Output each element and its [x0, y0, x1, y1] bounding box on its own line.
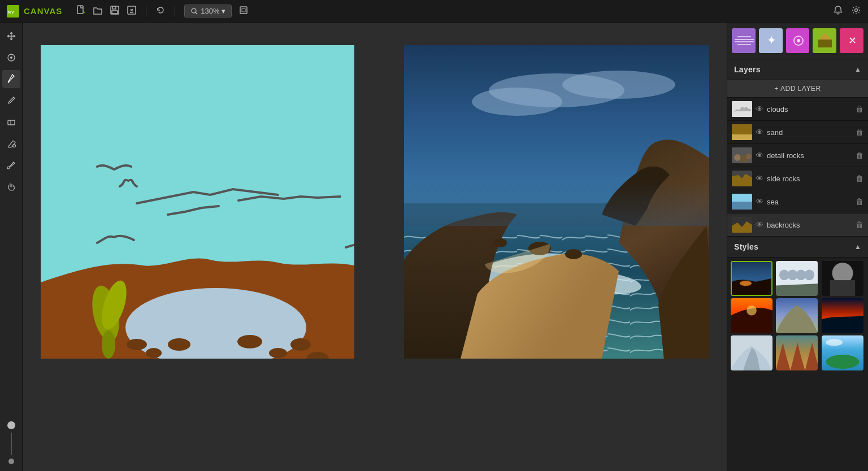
sketch-canvas[interactable] — [41, 45, 354, 359]
topbar: NV CANVAS — [0, 0, 868, 23]
layer-item-detail-rocks[interactable]: 👁 detail rocks 🗑 — [727, 144, 868, 167]
layers-chevron-icon: ▲ — [854, 66, 861, 73]
layer-thumb-backrocks — [732, 217, 752, 233]
layer-name-sea: sea — [767, 198, 852, 206]
main-area: ✦ ✕ Layers ▲ + ADD LAYER — [0, 23, 868, 471]
layer-visibility-detail-rocks[interactable]: 👁 — [756, 151, 763, 160]
toolbar-separator-2 — [175, 6, 175, 17]
layer-visibility-side-rocks[interactable]: 👁 — [756, 174, 763, 183]
settings-icon[interactable] — [851, 5, 861, 18]
layer-name-sand: sand — [767, 128, 852, 137]
svg-rect-5 — [112, 11, 118, 14]
pencil-tool-btn[interactable] — [2, 91, 20, 110]
layer-delete-sand[interactable]: 🗑 — [856, 128, 863, 137]
style-thumb-6[interactable] — [822, 298, 863, 333]
eyedropper-tool-btn[interactable] — [2, 156, 20, 174]
brush-tool-btn[interactable] — [2, 70, 20, 88]
top-swatch-3[interactable] — [786, 28, 810, 53]
style-thumb-7[interactable] — [731, 335, 772, 370]
export-icon[interactable] — [127, 5, 137, 18]
svg-rect-36 — [732, 202, 752, 210]
slider-dot-large — [7, 421, 15, 429]
svg-rect-2 — [77, 6, 83, 14]
notification-icon[interactable] — [833, 5, 843, 18]
result-panel — [404, 45, 709, 359]
save-file-icon[interactable] — [110, 5, 120, 18]
toolbar-separator — [146, 6, 146, 17]
svg-rect-4 — [112, 6, 116, 9]
top-swatch-4[interactable] — [813, 28, 836, 53]
layer-delete-sea[interactable]: 🗑 — [856, 197, 863, 206]
zoom-control[interactable]: 130% ▾ — [184, 5, 232, 18]
layer-name-side-rocks: side rocks — [767, 175, 852, 183]
layer-thumb-sand — [732, 124, 752, 140]
styles-section-header[interactable]: Styles ▲ — [727, 237, 868, 258]
styles-grid — [727, 258, 868, 374]
svg-point-11 — [10, 56, 12, 59]
svg-point-9 — [855, 8, 858, 11]
layer-thumb-sea — [732, 194, 752, 210]
layers-section: Layers ▲ + ADD LAYER 👁 clouds 🗑 👁 sand — [727, 59, 868, 237]
layer-thumb-clouds — [732, 101, 752, 117]
add-layer-button[interactable]: + ADD LAYER — [727, 80, 868, 98]
layer-item-clouds[interactable]: 👁 clouds 🗑 — [727, 98, 868, 121]
layer-delete-clouds[interactable]: 🗑 — [856, 104, 863, 114]
layer-item-sea[interactable]: 👁 sea 🗑 — [727, 190, 868, 213]
layers-section-header[interactable]: Layers ▲ — [727, 59, 868, 80]
layer-delete-detail-rocks[interactable]: 🗑 — [856, 151, 863, 160]
nvidia-logo: NV — [7, 5, 19, 18]
topbar-right-icons — [833, 5, 861, 18]
layer-visibility-backrocks[interactable]: 👁 — [756, 220, 763, 229]
layer-visibility-sand[interactable]: 👁 — [756, 128, 763, 137]
svg-rect-8 — [240, 7, 247, 14]
right-panel: ✦ ✕ Layers ▲ + ADD LAYER — [727, 23, 868, 471]
move-tool-btn[interactable] — [2, 27, 20, 45]
open-file-icon[interactable] — [93, 5, 103, 18]
svg-point-32 — [746, 154, 752, 159]
svg-rect-15 — [732, 28, 756, 53]
toolbar-icons: 130% ▾ — [76, 5, 249, 18]
hand-tool-btn[interactable] — [2, 177, 20, 195]
eraser-tool-btn[interactable] — [2, 113, 20, 131]
slider-track — [11, 433, 12, 455]
fill-tool-btn[interactable] — [2, 134, 20, 152]
style-thumb-4[interactable] — [731, 298, 772, 333]
size-slider[interactable] — [7, 421, 15, 471]
layer-item-backrocks[interactable]: 👁 backrocks 🗑 — [727, 213, 868, 237]
slider-dot-small — [8, 459, 14, 464]
svg-point-7 — [192, 8, 196, 13]
svg-rect-28 — [732, 134, 752, 140]
layer-visibility-clouds[interactable]: 👁 — [756, 104, 763, 114]
layer-delete-side-rocks[interactable]: 🗑 — [856, 174, 863, 183]
undo-icon[interactable] — [155, 5, 166, 18]
layer-thumb-detail-rocks — [732, 147, 752, 163]
layer-visibility-sea[interactable]: 👁 — [756, 197, 763, 206]
top-swatch-5[interactable]: ✕ — [840, 28, 863, 53]
layer-item-side-rocks[interactable]: 👁 side rocks 🗑 — [727, 167, 868, 190]
result-canvas — [404, 45, 709, 359]
svg-point-20 — [797, 39, 800, 42]
style-thumb-3[interactable] — [822, 261, 863, 296]
app-brand: NV CANVAS — [7, 5, 62, 18]
fit-view-icon[interactable] — [238, 5, 249, 18]
layer-name-detail-rocks: detail rocks — [767, 151, 852, 160]
style-thumb-8[interactable] — [776, 335, 818, 370]
style-thumb-2[interactable] — [776, 261, 818, 296]
new-file-icon[interactable] — [76, 5, 86, 18]
style-thumb-5[interactable] — [776, 298, 818, 333]
canvas-area — [23, 23, 727, 471]
top-swatch-2[interactable]: ✦ — [759, 28, 783, 53]
top-style-swatches: ✦ ✕ — [727, 23, 868, 59]
style-thumb-9[interactable] — [822, 335, 863, 370]
svg-rect-22 — [818, 40, 832, 47]
layer-item-sand[interactable]: 👁 sand 🗑 — [727, 121, 868, 144]
svg-text:NV: NV — [8, 10, 15, 14]
cloud-tool-btn[interactable] — [2, 49, 20, 67]
top-swatch-1[interactable] — [732, 28, 756, 53]
layer-delete-backrocks[interactable]: 🗑 — [856, 220, 863, 229]
svg-text:✕: ✕ — [848, 35, 857, 46]
svg-point-30 — [734, 154, 741, 161]
left-toolbar — [0, 23, 23, 471]
style-thumb-1[interactable] — [731, 261, 772, 296]
styles-section: Styles ▲ — [727, 237, 868, 471]
